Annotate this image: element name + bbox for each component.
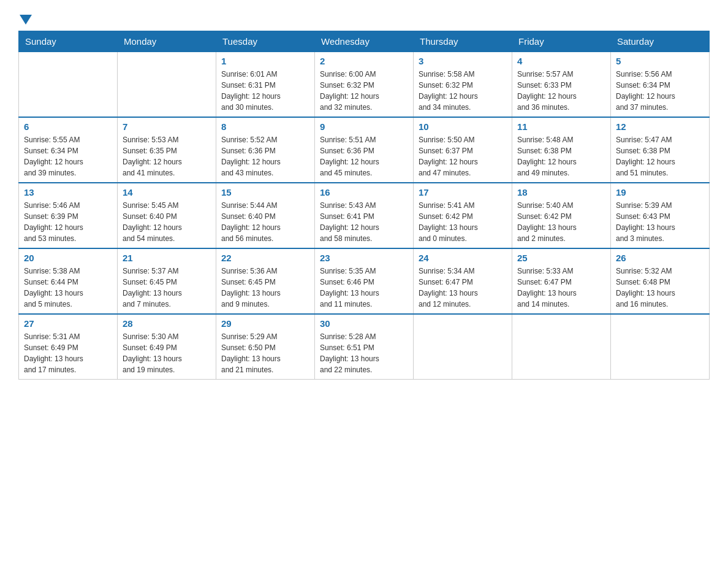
calendar-cell: 4Sunrise: 5:57 AM Sunset: 6:33 PM Daylig…	[512, 52, 611, 118]
calendar-cell: 3Sunrise: 5:58 AM Sunset: 6:32 PM Daylig…	[414, 52, 512, 118]
day-of-week-header: Thursday	[414, 31, 512, 52]
calendar-cell	[611, 314, 710, 380]
calendar-cell: 8Sunrise: 5:52 AM Sunset: 6:36 PM Daylig…	[216, 117, 315, 183]
day-number: 14	[123, 187, 211, 197]
day-info: Sunrise: 5:43 AM Sunset: 6:41 PM Dayligh…	[320, 200, 408, 244]
day-info: Sunrise: 5:58 AM Sunset: 6:32 PM Dayligh…	[419, 69, 507, 113]
day-number: 28	[123, 318, 211, 329]
logo-triangle-icon	[20, 15, 32, 25]
day-number: 25	[517, 253, 605, 263]
calendar-cell: 1Sunrise: 6:01 AM Sunset: 6:31 PM Daylig…	[216, 52, 315, 118]
calendar-cell: 23Sunrise: 5:35 AM Sunset: 6:46 PM Dayli…	[315, 248, 414, 314]
day-number: 1	[221, 56, 309, 66]
calendar-cell: 30Sunrise: 5:28 AM Sunset: 6:51 PM Dayli…	[315, 314, 414, 380]
calendar-cell	[118, 52, 216, 118]
day-info: Sunrise: 5:44 AM Sunset: 6:40 PM Dayligh…	[221, 200, 309, 244]
day-number: 3	[419, 56, 507, 66]
day-of-week-header: Friday	[512, 31, 611, 52]
day-of-week-header: Monday	[118, 31, 216, 52]
calendar-cell: 29Sunrise: 5:29 AM Sunset: 6:50 PM Dayli…	[216, 314, 315, 380]
day-of-week-header: Saturday	[611, 31, 710, 52]
day-number: 24	[419, 253, 507, 263]
day-info: Sunrise: 5:53 AM Sunset: 6:35 PM Dayligh…	[123, 134, 211, 178]
day-number: 10	[419, 121, 507, 132]
calendar-cell	[19, 52, 118, 118]
day-info: Sunrise: 5:40 AM Sunset: 6:42 PM Dayligh…	[517, 200, 605, 244]
day-info: Sunrise: 5:30 AM Sunset: 6:49 PM Dayligh…	[123, 331, 211, 375]
day-info: Sunrise: 5:38 AM Sunset: 6:44 PM Dayligh…	[24, 266, 112, 310]
day-number: 26	[616, 253, 704, 263]
calendar-cell: 13Sunrise: 5:46 AM Sunset: 6:39 PM Dayli…	[19, 183, 118, 248]
calendar-cell	[414, 314, 512, 380]
day-info: Sunrise: 5:35 AM Sunset: 6:46 PM Dayligh…	[320, 266, 408, 310]
day-number: 5	[616, 56, 704, 66]
calendar-cell: 16Sunrise: 5:43 AM Sunset: 6:41 PM Dayli…	[315, 183, 414, 248]
calendar-cell: 18Sunrise: 5:40 AM Sunset: 6:42 PM Dayli…	[512, 183, 611, 248]
day-info: Sunrise: 5:29 AM Sunset: 6:50 PM Dayligh…	[221, 331, 309, 375]
calendar-cell: 10Sunrise: 5:50 AM Sunset: 6:37 PM Dayli…	[414, 117, 512, 183]
day-info: Sunrise: 6:00 AM Sunset: 6:32 PM Dayligh…	[320, 69, 408, 113]
day-number: 19	[616, 187, 704, 197]
day-number: 16	[320, 187, 408, 197]
day-number: 30	[320, 318, 408, 329]
calendar-cell: 2Sunrise: 6:00 AM Sunset: 6:32 PM Daylig…	[315, 52, 414, 118]
day-info: Sunrise: 5:50 AM Sunset: 6:37 PM Dayligh…	[419, 134, 507, 178]
day-of-week-header: Sunday	[19, 31, 118, 52]
day-number: 2	[320, 56, 408, 66]
calendar-cell: 15Sunrise: 5:44 AM Sunset: 6:40 PM Dayli…	[216, 183, 315, 248]
calendar-cell: 19Sunrise: 5:39 AM Sunset: 6:43 PM Dayli…	[611, 183, 710, 248]
calendar-cell: 14Sunrise: 5:45 AM Sunset: 6:40 PM Dayli…	[118, 183, 216, 248]
calendar-cell: 5Sunrise: 5:56 AM Sunset: 6:34 PM Daylig…	[611, 52, 710, 118]
day-number: 13	[24, 187, 112, 197]
calendar-cell: 11Sunrise: 5:48 AM Sunset: 6:38 PM Dayli…	[512, 117, 611, 183]
calendar-cell: 28Sunrise: 5:30 AM Sunset: 6:49 PM Dayli…	[118, 314, 216, 380]
day-number: 18	[517, 187, 605, 197]
day-info: Sunrise: 5:47 AM Sunset: 6:38 PM Dayligh…	[616, 134, 704, 178]
day-info: Sunrise: 5:31 AM Sunset: 6:49 PM Dayligh…	[24, 331, 112, 375]
day-number: 21	[123, 253, 211, 263]
day-info: Sunrise: 5:28 AM Sunset: 6:51 PM Dayligh…	[320, 331, 408, 375]
calendar-cell: 9Sunrise: 5:51 AM Sunset: 6:36 PM Daylig…	[315, 117, 414, 183]
day-number: 27	[24, 318, 112, 329]
page-header	[18, 12, 710, 25]
calendar-cell	[512, 314, 611, 380]
day-info: Sunrise: 5:33 AM Sunset: 6:47 PM Dayligh…	[517, 266, 605, 310]
day-number: 4	[517, 56, 605, 66]
day-number: 23	[320, 253, 408, 263]
day-info: Sunrise: 5:46 AM Sunset: 6:39 PM Dayligh…	[24, 200, 112, 244]
day-info: Sunrise: 5:48 AM Sunset: 6:38 PM Dayligh…	[517, 134, 605, 178]
calendar-cell: 12Sunrise: 5:47 AM Sunset: 6:38 PM Dayli…	[611, 117, 710, 183]
day-number: 20	[24, 253, 112, 263]
day-info: Sunrise: 5:39 AM Sunset: 6:43 PM Dayligh…	[616, 200, 704, 244]
day-number: 6	[24, 121, 112, 132]
calendar-cell: 26Sunrise: 5:32 AM Sunset: 6:48 PM Dayli…	[611, 248, 710, 314]
day-number: 29	[221, 318, 309, 329]
day-info: Sunrise: 5:41 AM Sunset: 6:42 PM Dayligh…	[419, 200, 507, 244]
day-number: 8	[221, 121, 309, 132]
day-info: Sunrise: 5:32 AM Sunset: 6:48 PM Dayligh…	[616, 266, 704, 310]
calendar-cell: 22Sunrise: 5:36 AM Sunset: 6:45 PM Dayli…	[216, 248, 315, 314]
day-number: 11	[517, 121, 605, 132]
day-info: Sunrise: 5:51 AM Sunset: 6:36 PM Dayligh…	[320, 134, 408, 178]
day-info: Sunrise: 5:55 AM Sunset: 6:34 PM Dayligh…	[24, 134, 112, 178]
calendar-cell: 21Sunrise: 5:37 AM Sunset: 6:45 PM Dayli…	[118, 248, 216, 314]
day-number: 7	[123, 121, 211, 132]
calendar-cell: 25Sunrise: 5:33 AM Sunset: 6:47 PM Dayli…	[512, 248, 611, 314]
day-of-week-header: Tuesday	[216, 31, 315, 52]
calendar-cell: 27Sunrise: 5:31 AM Sunset: 6:49 PM Dayli…	[19, 314, 118, 380]
day-info: Sunrise: 5:36 AM Sunset: 6:45 PM Dayligh…	[221, 266, 309, 310]
day-of-week-header: Wednesday	[315, 31, 414, 52]
day-info: Sunrise: 5:37 AM Sunset: 6:45 PM Dayligh…	[123, 266, 211, 310]
day-info: Sunrise: 6:01 AM Sunset: 6:31 PM Dayligh…	[221, 69, 309, 113]
day-info: Sunrise: 5:34 AM Sunset: 6:47 PM Dayligh…	[419, 266, 507, 310]
day-info: Sunrise: 5:52 AM Sunset: 6:36 PM Dayligh…	[221, 134, 309, 178]
calendar-cell: 7Sunrise: 5:53 AM Sunset: 6:35 PM Daylig…	[118, 117, 216, 183]
day-number: 15	[221, 187, 309, 197]
calendar-cell: 24Sunrise: 5:34 AM Sunset: 6:47 PM Dayli…	[414, 248, 512, 314]
logo	[18, 12, 32, 25]
day-number: 22	[221, 253, 309, 263]
calendar-cell: 6Sunrise: 5:55 AM Sunset: 6:34 PM Daylig…	[19, 117, 118, 183]
calendar-cell: 17Sunrise: 5:41 AM Sunset: 6:42 PM Dayli…	[414, 183, 512, 248]
calendar-cell: 20Sunrise: 5:38 AM Sunset: 6:44 PM Dayli…	[19, 248, 118, 314]
calendar-table: SundayMondayTuesdayWednesdayThursdayFrid…	[18, 31, 710, 380]
